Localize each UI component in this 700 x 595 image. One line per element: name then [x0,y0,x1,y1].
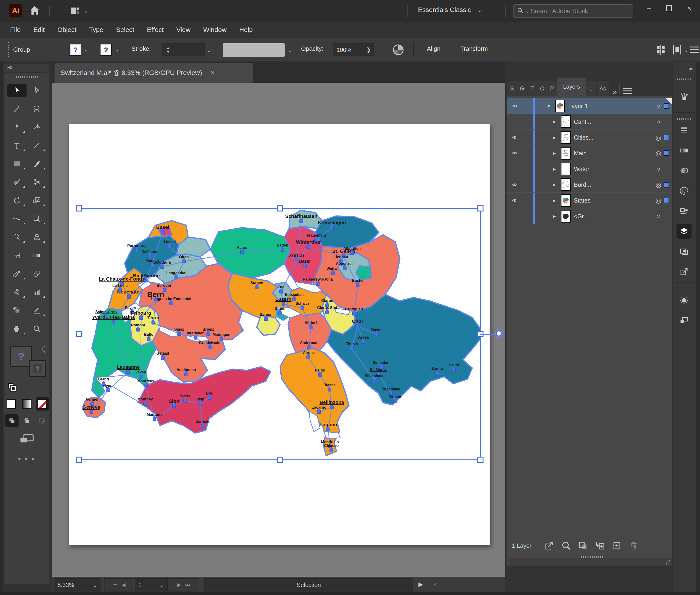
appearance-panel-icon[interactable] [676,203,692,219]
locate-object-icon[interactable] [561,540,571,551]
change-screen-mode-icon[interactable] [19,433,34,445]
collect-for-export-icon[interactable] [544,540,554,551]
align-button[interactable]: Align [427,45,440,54]
scale-tool[interactable] [27,194,47,207]
expand-chevron-icon[interactable]: ▸ [550,197,558,204]
draw-normal-icon[interactable] [5,414,19,427]
panel-tab-as[interactable]: As [597,81,609,96]
opacity-label[interactable]: Opacity: [301,45,323,54]
layer-thumbnail[interactable] [561,210,571,223]
layer-row-layer-1[interactable]: ▾Layer 1○ [507,98,673,114]
menu-type[interactable]: Type [83,26,110,34]
lock-toggle[interactable] [522,208,533,224]
visibility-empty[interactable] [507,208,522,224]
artboards-panel-icon[interactable] [676,244,692,259]
color-button[interactable] [5,397,18,410]
layer-row-cities-[interactable]: ▸Cities...◎ [507,130,673,145]
expand-chevron-icon[interactable]: ▸ [550,118,558,125]
rotate-tool[interactable] [7,194,27,207]
gradient-panel-icon[interactable] [676,143,692,158]
chevron-down-icon[interactable]: ⌄ [287,47,293,54]
target-circle-icon[interactable]: ○ [653,118,664,125]
screen-panel-icon[interactable] [676,313,692,328]
distribute-objects-icon[interactable] [671,44,683,56]
layer-thumbnail[interactable] [561,178,571,191]
workspace-switcher[interactable]: Essentials Classic ⌄ [418,6,482,13]
curvature-tool[interactable] [27,120,47,134]
home-icon[interactable] [29,5,40,16]
none-button[interactable] [36,397,49,410]
layer-name[interactable]: States [574,197,653,204]
scissors-tool[interactable] [27,175,47,189]
selection-indicator[interactable] [664,198,669,203]
fill-proxy-swatch[interactable]: ? [10,346,32,367]
edit-toolbar-button[interactable]: • • • [4,454,49,463]
canvas[interactable]: GenevaVernierNyonGlandLausanneVeveyMontr… [52,83,505,577]
stroke-weight-field[interactable] [175,43,205,56]
last-artboard-icon[interactable]: ⏭ [185,582,190,588]
line-tool[interactable] [27,139,47,152]
minimize-button[interactable]: – [641,1,657,15]
gradient-button[interactable] [20,397,33,410]
visibility-eye-icon[interactable] [507,145,522,161]
symbols-panel-icon[interactable] [676,293,692,308]
panel-grabber[interactable] [16,76,37,78]
menu-select[interactable]: Select [110,26,141,34]
chevron-down-icon[interactable]: ⌄ [684,47,689,54]
target-circle-icon[interactable]: ◎ [653,197,664,204]
collapse-tools-button[interactable]: «« [4,64,49,73]
layers-panel-icon[interactable] [676,224,692,239]
make-clipping-mask-icon[interactable] [578,540,588,551]
stroke-panel-icon[interactable] [676,123,692,138]
draw-behind-icon[interactable] [20,414,34,427]
slice-tool[interactable] [27,304,47,317]
menu-window[interactable]: Window [197,26,233,34]
next-artboard-icon[interactable]: ▶ [177,582,181,588]
chevron-down-icon[interactable]: ⌄ [84,7,89,14]
color-panel-icon[interactable] [676,183,692,198]
lock-toggle[interactable] [522,130,533,145]
layer-name[interactable]: Layer 1 [568,103,653,110]
panel-grabber[interactable] [509,556,673,558]
lock-toggle[interactable] [522,193,533,208]
shape-builder-tool[interactable] [7,230,27,244]
layer-thumbnail[interactable] [561,147,571,160]
layer-name[interactable]: Cities... [574,134,653,141]
layer-row-bord-[interactable]: ▸Bord...◎ [507,177,673,193]
rectangle-tool[interactable] [7,157,27,170]
switzerland-map[interactable]: GenevaVernierNyonGlandLausanneVeveyMontr… [78,207,482,460]
distribute-objects-icon[interactable] [671,44,683,56]
panel-grabber[interactable] [677,79,691,80]
adobe-stock-search-input[interactable]: ⌄ Search Adobe Stock [513,4,633,18]
panel-tab-g[interactable]: G [517,81,527,96]
recolor-artwork-icon[interactable] [392,43,405,56]
align-objects-icon[interactable] [655,44,667,56]
collapse-icon[interactable]: ‹ [434,581,436,588]
new-sublayer-icon[interactable] [595,540,605,551]
maximize-button[interactable] [661,1,677,15]
rotate-handle[interactable] [496,331,502,337]
opacity-expand-button[interactable]: ❯ [364,43,374,56]
layer-thumbnail[interactable] [561,131,571,144]
target-circle-icon[interactable]: ○ [653,102,664,110]
more-panels-icon[interactable]: » [613,88,616,96]
align-objects-icon[interactable] [655,44,667,56]
recolor-artwork-icon[interactable] [392,43,405,56]
artboard[interactable]: GenevaVernierNyonGlandLausanneVeveyMontr… [68,124,490,545]
layer-thumbnail[interactable] [555,100,565,112]
expand-chevron-icon[interactable]: ▸ [550,213,558,220]
status-display[interactable]: Selection [204,578,413,592]
menu-object[interactable]: Object [51,26,83,34]
layer-thumbnail[interactable] [561,115,571,128]
menu-view[interactable]: View [170,26,197,34]
pencil-icon[interactable] [665,559,671,565]
visibility-empty[interactable] [507,161,522,177]
selection-indicator[interactable] [664,135,669,140]
layer-thumbnail[interactable] [561,194,571,207]
arrange-documents-icon[interactable] [69,5,81,17]
menu-help[interactable]: Help [233,26,259,34]
panel-tab-layers[interactable]: Layers [557,78,586,96]
layer-thumbnail[interactable] [561,163,571,175]
brush-definition-dropdown[interactable] [223,43,284,57]
panel-grabber[interactable] [8,42,9,57]
